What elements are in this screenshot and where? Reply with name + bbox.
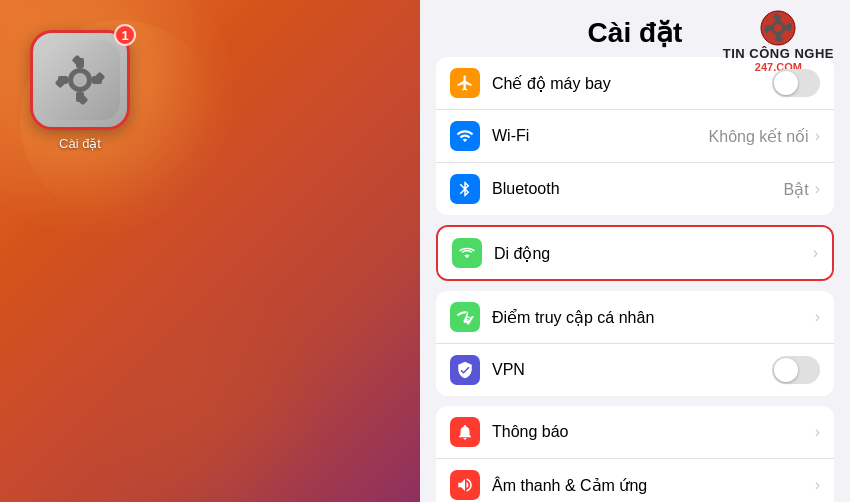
notifications-label: Thông báo bbox=[492, 423, 815, 441]
settings-item-notifications[interactable]: Thông báo › bbox=[436, 406, 834, 459]
svg-point-2 bbox=[73, 73, 87, 87]
bluetooth-label: Bluetooth bbox=[492, 180, 784, 198]
app-icon-container[interactable]: 1 Cài đặt bbox=[30, 30, 130, 151]
hotspot-icon bbox=[450, 302, 480, 332]
settings-group-notifications: Thông báo › Âm thanh & Cảm ứng › bbox=[436, 406, 834, 502]
notifications-chevron: › bbox=[815, 423, 820, 441]
bluetooth-value: Bật bbox=[784, 180, 809, 199]
settings-list: Chế độ máy bay Wi-Fi Không kết nối › bbox=[420, 57, 850, 502]
settings-group-cellular: Di động › bbox=[436, 225, 834, 281]
settings-group-hotspot-vpn: Điểm truy cập cá nhân › VPN bbox=[436, 291, 834, 396]
airplane-label: Chế độ máy bay bbox=[492, 74, 772, 93]
watermark: TIN CÔNG NGHE 247.COM bbox=[723, 10, 834, 73]
vpn-label: VPN bbox=[492, 361, 772, 379]
vpn-icon bbox=[450, 355, 480, 385]
app-label: Cài đặt bbox=[59, 136, 101, 151]
notifications-icon bbox=[450, 417, 480, 447]
sounds-label: Âm thanh & Cảm ứng bbox=[492, 476, 815, 495]
cellular-icon bbox=[452, 238, 482, 268]
sounds-chevron: › bbox=[815, 476, 820, 494]
hotspot-chevron: › bbox=[815, 308, 820, 326]
settings-item-wifi[interactable]: Wi-Fi Không kết nối › bbox=[436, 110, 834, 163]
svg-point-13 bbox=[774, 24, 782, 32]
wifi-chevron: › bbox=[815, 127, 820, 145]
wifi-icon bbox=[450, 121, 480, 151]
settings-app-icon[interactable] bbox=[30, 30, 130, 130]
settings-header: Cài đặt TIN CÔNG NGHE 247 bbox=[420, 0, 850, 57]
settings-group-network: Chế độ máy bay Wi-Fi Không kết nối › bbox=[436, 57, 834, 215]
hotspot-label: Điểm truy cập cá nhân bbox=[492, 308, 815, 327]
settings-app-icon-wrapper[interactable]: 1 bbox=[30, 30, 130, 130]
bluetooth-chevron: › bbox=[815, 180, 820, 198]
vpn-toggle[interactable] bbox=[772, 356, 820, 384]
wifi-value: Không kết nối bbox=[709, 127, 809, 146]
notification-badge: 1 bbox=[114, 24, 136, 46]
cellular-chevron: › bbox=[813, 244, 818, 262]
airplane-toggle[interactable] bbox=[772, 69, 820, 97]
bluetooth-icon bbox=[450, 174, 480, 204]
settings-item-cellular[interactable]: Di động › bbox=[438, 227, 832, 279]
settings-item-bluetooth[interactable]: Bluetooth Bật › bbox=[436, 163, 834, 215]
wifi-label: Wi-Fi bbox=[492, 127, 709, 145]
home-screen: 1 Cài đặt bbox=[0, 0, 420, 502]
settings-item-sounds[interactable]: Âm thanh & Cảm ứng › bbox=[436, 459, 834, 502]
settings-item-hotspot[interactable]: Điểm truy cập cá nhân › bbox=[436, 291, 834, 344]
airplane-icon bbox=[450, 68, 480, 98]
watermark-brand: TIN CÔNG NGHE bbox=[723, 46, 834, 61]
settings-panel: Cài đặt TIN CÔNG NGHE 247 bbox=[420, 0, 850, 502]
cellular-label: Di động bbox=[494, 244, 813, 263]
settings-item-vpn[interactable]: VPN bbox=[436, 344, 834, 396]
sounds-icon bbox=[450, 470, 480, 500]
